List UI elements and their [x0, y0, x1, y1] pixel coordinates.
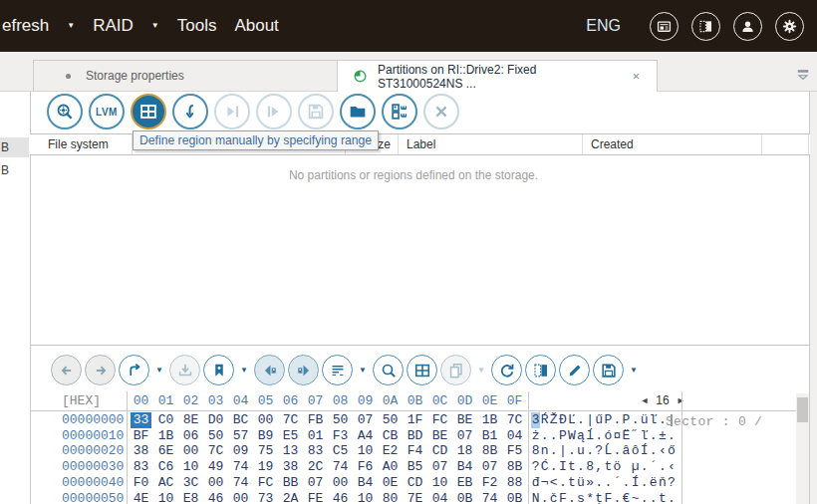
menu-item-efresh[interactable]: efresh [2, 16, 49, 36]
hex-byte[interactable]: F0 [131, 475, 151, 491]
ascii-char[interactable]: ó [604, 428, 613, 444]
hex-byte[interactable]: E5 [280, 428, 301, 444]
hex-byte[interactable]: 19 [255, 459, 276, 475]
ascii-char[interactable]: F [604, 491, 613, 504]
language-indicator[interactable]: ENG [586, 17, 621, 35]
menu-item-about[interactable]: About [234, 16, 278, 36]
save-dropdown-icon[interactable]: ▼ [627, 366, 641, 375]
ascii-char[interactable]: ¤ [613, 428, 622, 444]
hex-byte[interactable]: A0 [380, 459, 401, 475]
hex-byte[interactable]: BF [131, 428, 151, 444]
template-list-icon[interactable] [322, 355, 353, 385]
hex-scrollbar-thumb[interactable] [797, 397, 808, 422]
search-icon[interactable] [373, 355, 404, 385]
hex-byte[interactable]: 7C [280, 412, 301, 428]
ascii-char[interactable]: ż [531, 428, 540, 444]
hex-byte[interactable]: 83 [305, 443, 326, 459]
hex-byte[interactable]: AC [155, 475, 176, 491]
ascii-column[interactable]: 8n.|.u.?Ĺ.âôÍ.‹ő [531, 443, 677, 459]
grid-icon[interactable] [407, 355, 437, 385]
prev-bookmark-icon[interactable] [254, 355, 285, 385]
ascii-char[interactable]: Ë [622, 428, 631, 444]
hex-byte[interactable]: 00 [255, 412, 276, 428]
ascii-char[interactable]: ţ [595, 491, 604, 504]
hex-byte[interactable]: 74 [330, 459, 351, 475]
ascii-char[interactable]: t [604, 459, 613, 475]
bookmark-icon[interactable] [203, 355, 234, 385]
ascii-char[interactable]: ˝ [631, 428, 640, 444]
ascii-char[interactable]: . [558, 475, 567, 491]
hex-byte[interactable]: F4 [405, 443, 425, 459]
ascii-char[interactable]: . [649, 443, 658, 459]
close-icon[interactable] [606, 70, 643, 83]
ascii-char[interactable]: ą [576, 428, 585, 444]
open-folder-icon[interactable] [340, 94, 376, 129]
hex-byte[interactable]: D0 [205, 412, 226, 428]
ascii-char[interactable]: ? [595, 443, 604, 459]
ascii-char[interactable]: ? [667, 475, 676, 491]
hex-byte[interactable]: 75 [255, 443, 276, 459]
hex-byte[interactable]: 1B [479, 412, 500, 428]
hex-byte[interactable]: 38 [280, 459, 301, 475]
scan-icon[interactable] [47, 94, 83, 129]
ascii-char[interactable]: Ž [549, 412, 558, 428]
hex-byte[interactable]: F3 [330, 428, 351, 444]
hex-byte[interactable]: 38 [131, 443, 151, 459]
hex-byte[interactable]: CB [380, 428, 401, 444]
ascii-char[interactable]: u [576, 443, 585, 459]
ascii-char[interactable]: . [604, 475, 613, 491]
ascii-char[interactable]: . [586, 443, 595, 459]
hex-bytes[interactable]: F0AC3C0074FCBB0700B40ECD10EBF288 [131, 475, 525, 491]
ascii-char[interactable]: . [595, 475, 604, 491]
hex-byte[interactable]: 10 [355, 491, 376, 504]
hex-byte[interactable]: E8 [180, 491, 201, 504]
settings-gear-icon[interactable] [775, 12, 804, 41]
hex-byte[interactable]: 10 [180, 459, 201, 475]
hex-byte[interactable]: 07 [454, 428, 475, 444]
copy-icon[interactable] [440, 355, 471, 385]
hex-byte[interactable]: 07 [429, 459, 450, 475]
hex-byte[interactable]: F2 [479, 475, 500, 491]
jump-down-icon[interactable] [172, 94, 208, 129]
ascii-char[interactable]: Í [631, 475, 640, 491]
ascii-char[interactable]: . [649, 428, 658, 444]
hex-byte[interactable]: B9 [255, 428, 276, 444]
hex-byte[interactable]: 04 [429, 491, 450, 504]
column-header-created[interactable]: Created [583, 134, 762, 154]
ascii-char[interactable]: ´ [613, 475, 622, 491]
hex-byte[interactable]: 74 [230, 475, 251, 491]
hex-byte[interactable]: 7E [405, 491, 425, 504]
ascii-char[interactable]: 3 [531, 412, 540, 428]
hex-byte[interactable]: 73 [255, 491, 276, 504]
hex-byte[interactable]: 2A [280, 491, 301, 504]
hex-byte[interactable]: 0B [504, 491, 525, 504]
ascii-char[interactable]: . [549, 428, 558, 444]
goto-offset-dropdown-icon[interactable]: ▼ [152, 366, 166, 375]
next-bookmark-icon[interactable] [288, 355, 319, 385]
hex-byte[interactable]: 1B [155, 428, 176, 444]
hex-byte[interactable]: 8B [504, 459, 525, 475]
hex-byte[interactable]: 07 [479, 459, 500, 475]
hex-byte[interactable]: B4 [355, 475, 376, 491]
ascii-char[interactable]: . [567, 491, 576, 504]
hex-byte[interactable]: 57 [230, 428, 251, 444]
ascii-column[interactable]: N.čF.s*ţF.€~..t. [531, 491, 677, 504]
ascii-char[interactable]: Đ [558, 412, 567, 428]
ascii-column[interactable]: đ¬<.tü»..´.Í.ëň? [531, 475, 677, 491]
hex-byte[interactable]: A4 [355, 428, 376, 444]
hex-byte[interactable]: BE [454, 412, 475, 428]
hex-byte[interactable]: 74 [230, 459, 251, 475]
ascii-char[interactable]: . [613, 491, 622, 504]
hex-byte[interactable]: FC [255, 475, 276, 491]
hex-byte[interactable]: 8E [180, 412, 201, 428]
decrease-width-icon[interactable]: ◄ [640, 395, 649, 405]
ascii-char[interactable]: . [549, 443, 558, 459]
hex-byte[interactable]: BD [405, 428, 425, 444]
ascii-char[interactable]: I [558, 459, 567, 475]
hex-byte[interactable]: 74 [479, 491, 500, 504]
ascii-char[interactable]: * [586, 491, 595, 504]
menu-item-tools[interactable]: Tools [177, 16, 217, 36]
ascii-char[interactable]: P [558, 428, 567, 444]
ascii-char[interactable]: P [604, 412, 613, 428]
refresh-icon[interactable] [491, 355, 522, 385]
